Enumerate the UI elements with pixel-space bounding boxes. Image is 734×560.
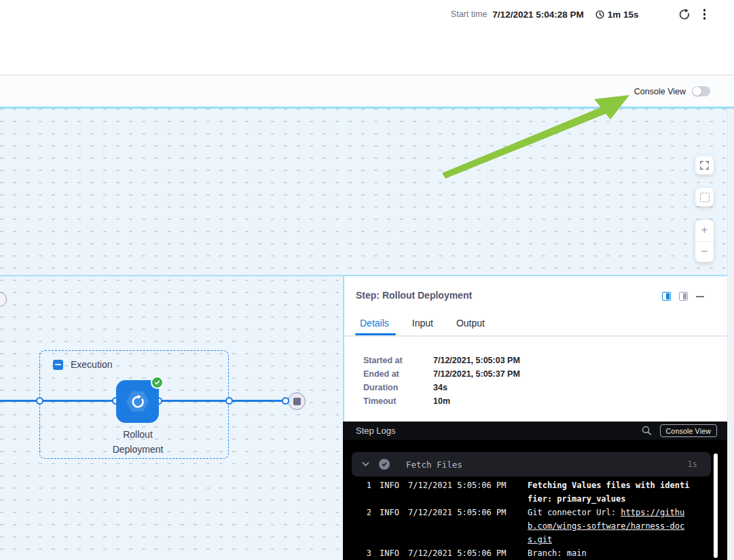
log-line-number: 1 (343, 479, 371, 492)
start-time-value: 7/12/2021 5:04:28 PM (492, 10, 583, 20)
detail-label: Started at (363, 356, 428, 365)
log-message: Fetching Values files with identifier: p… (528, 479, 690, 506)
fullscreen-button[interactable] (695, 156, 714, 174)
node-label: Rollout Deployment (84, 427, 192, 457)
log-message: Git connector Url: https://github.com/wi… (528, 506, 690, 546)
minus-icon (55, 364, 61, 365)
elapsed-group: 1m 15s (595, 10, 639, 20)
log-lines: 1 INFO 7/12/2021 5:05:06 PM Fetching Val… (343, 479, 713, 560)
panel-header-icons (662, 292, 704, 301)
logs-header-actions: Console View (642, 424, 727, 437)
tab-details[interactable]: Details (360, 318, 389, 329)
refresh-icon (678, 8, 691, 21)
log-level: INFO (380, 479, 404, 492)
step-details-panel: Step: Rollout Deployment Details Input O… (343, 275, 734, 560)
elapsed-value: 1m 15s (608, 10, 639, 20)
detail-label: Timeout (363, 396, 428, 406)
detail-row: Ended at 7/12/2021, 5:05:37 PM (363, 367, 520, 381)
zoom-out-icon: − (701, 245, 708, 259)
log-line: 3 INFO 7/12/2021 5:05:06 PM Branch: main (343, 546, 713, 560)
split-view-right-icon[interactable] (662, 292, 671, 301)
stop-icon (293, 398, 301, 405)
chevron-down-icon (362, 462, 369, 467)
node-label-line2: Deployment (84, 442, 192, 457)
zoom-in-button[interactable]: + (695, 220, 714, 242)
edge-connector (36, 397, 43, 405)
detail-value: 34s (433, 383, 447, 392)
log-scrollbar-thumb[interactable] (714, 453, 718, 558)
step-logs-panel: Step Logs Console View Fetch Files (343, 422, 727, 560)
tab-input[interactable]: Input (412, 318, 433, 329)
execution-meta-row: Start time 7/12/2021 5:04:28 PM 1m 15s (451, 5, 707, 24)
detail-row: Duration 34s (363, 381, 520, 394)
tabs-separator (344, 335, 734, 337)
log-timestamp: 7/12/2021 5:05:06 PM (408, 546, 509, 560)
console-view-group: Console View (634, 76, 710, 107)
detail-row: Timeout 10m (363, 394, 520, 408)
detail-value: 7/12/2021, 5:05:37 PM (433, 369, 520, 379)
pipeline-execution-screen: Start time 7/12/2021 5:04:28 PM 1m 15s C… (0, 0, 734, 560)
split-view-bottom-icon[interactable] (679, 292, 688, 301)
refresh-button[interactable] (678, 8, 691, 21)
zoom-in-icon: + (701, 223, 708, 237)
detail-label: Duration (363, 383, 428, 392)
top-bar: Start time 7/12/2021 5:04:28 PM 1m 15s (0, 0, 734, 75)
log-level: INFO (380, 546, 404, 560)
success-badge (151, 376, 164, 389)
panel-top-divider (0, 275, 343, 276)
detail-value: 7/12/2021, 5:05:03 PM (433, 356, 520, 365)
log-line: 2 INFO 7/12/2021 5:05:06 PM Git connecto… (343, 506, 713, 546)
kebab-menu-icon[interactable] (702, 7, 708, 21)
log-timestamp: 7/12/2021 5:05:06 PM (408, 479, 509, 492)
console-view-label: Console View (634, 87, 686, 96)
detail-label: Ended at (363, 369, 428, 379)
detail-value: 10m (433, 396, 450, 406)
log-message: Branch: main (528, 546, 690, 560)
log-line: 1 INFO 7/12/2021 5:05:06 PM Fetching Val… (343, 479, 713, 506)
minimize-icon[interactable] (696, 296, 704, 297)
fullscreen-icon (699, 160, 710, 170)
log-section-fetch-files[interactable]: Fetch Files 1s (352, 452, 711, 477)
fit-to-screen-button[interactable] (695, 188, 714, 206)
panel-scrollbar-track (727, 109, 734, 560)
execution-group-label: Execution (71, 359, 112, 370)
log-level: INFO (380, 506, 404, 519)
log-message-text: Git connector Url: (528, 508, 621, 517)
start-time-label: Start time (451, 10, 488, 19)
panel-tabs: Details Input Output (360, 318, 485, 329)
step-logs-title: Step Logs (356, 426, 396, 436)
execution-group-header: Execution (53, 359, 112, 370)
zoom-controls: + − (695, 220, 714, 262)
check-icon (153, 379, 161, 386)
log-section-name: Fetch Files (406, 460, 462, 470)
stop-node[interactable] (288, 392, 306, 410)
step-logs-header: Step Logs Console View (343, 422, 727, 440)
section-success-icon (379, 459, 390, 470)
fit-to-screen-icon (700, 193, 710, 202)
panel-title: Step: Rollout Deployment (356, 290, 472, 301)
tab-output[interactable]: Output (456, 318, 485, 329)
log-line-number: 2 (343, 506, 371, 519)
collapse-group-button[interactable] (53, 360, 63, 370)
start-node-partial (0, 292, 7, 307)
toggle-knob (693, 87, 701, 96)
log-line-number: 3 (343, 546, 371, 560)
console-view-toggle[interactable] (692, 86, 710, 96)
search-icon[interactable] (642, 426, 652, 436)
step-details-list: Started at 7/12/2021, 5:05:03 PM Ended a… (363, 354, 520, 408)
log-timestamp: 7/12/2021 5:05:06 PM (408, 506, 509, 519)
zoom-out-button[interactable]: − (695, 242, 714, 263)
rollout-refresh-icon (130, 394, 146, 410)
node-label-line1: Rollout (84, 427, 192, 442)
view-options-bar: Console View (0, 76, 734, 107)
detail-row: Started at 7/12/2021, 5:05:03 PM (363, 354, 520, 367)
clock-icon (595, 10, 605, 20)
edge-connector (282, 397, 289, 405)
console-view-button[interactable]: Console View (660, 424, 717, 437)
edge-connector (225, 397, 233, 405)
log-section-duration: 1s (688, 460, 697, 469)
